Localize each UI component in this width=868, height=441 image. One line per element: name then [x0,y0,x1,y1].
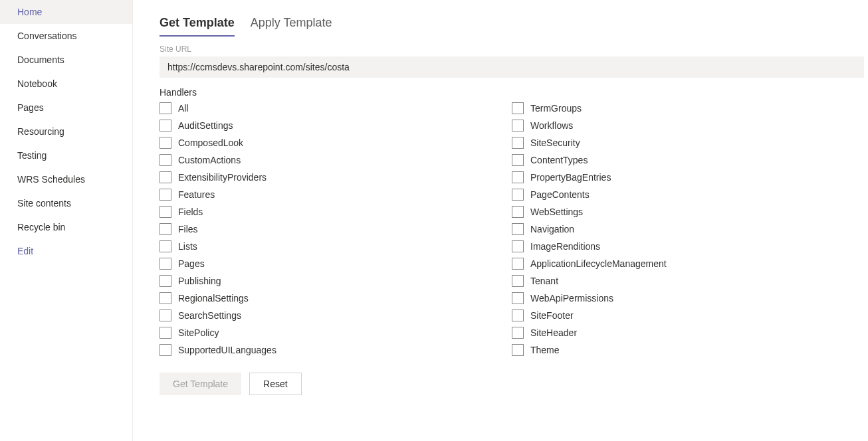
handler-sitefooter: SiteFooter [512,309,864,322]
checkbox-auditsettings[interactable] [160,120,171,132]
sidebar-item-edit[interactable]: Edit [0,239,132,263]
handler-sitesecurity: SiteSecurity [512,136,864,149]
checkbox-workflows[interactable] [512,120,524,132]
checkbox-tenant[interactable] [512,275,524,287]
checkbox-label: SitePolicy [178,327,219,338]
sidebar-item-documents[interactable]: Documents [0,48,132,72]
checkbox-termgroups[interactable] [512,102,524,114]
tabs: Get Template Apply Template [160,16,868,37]
handler-termgroups: TermGroups [512,102,864,115]
checkbox-label: SupportedUILanguages [178,345,276,355]
handlers-label: Handlers [160,87,868,98]
handler-extensibilityproviders: ExtensibilityProviders [160,171,512,184]
site-url-input[interactable] [160,56,864,78]
sidebar-item-resourcing[interactable]: Resourcing [0,120,132,143]
checkbox-pages[interactable] [160,258,171,270]
handler-applicationlifecyclemanagement: ApplicationLifecycleManagement [512,257,864,270]
checkbox-label: Files [178,224,198,234]
handler-contenttypes: ContentTypes [512,153,864,167]
checkbox-label: SiteFooter [530,310,574,321]
handler-webapipermissions: WebApiPermissions [512,292,864,305]
checkbox-extensibilityproviders[interactable] [160,171,171,183]
checkbox-label: ApplicationLifecycleManagement [530,258,667,269]
handler-sitepolicy: SitePolicy [160,326,512,339]
checkbox-sitepolicy[interactable] [160,327,171,339]
checkbox-files[interactable] [160,223,171,235]
sidebar-item-wrs-schedules[interactable]: WRS Schedules [0,167,132,191]
handler-files: Files [160,222,512,236]
handler-workflows: Workflows [512,119,864,132]
checkbox-label: CustomActions [178,155,241,165]
get-template-button: Get Template [160,373,241,395]
checkbox-label: AuditSettings [178,120,233,131]
sidebar-item-site-contents[interactable]: Site contents [0,191,132,215]
checkbox-label: Lists [178,241,197,252]
checkbox-fields[interactable] [160,206,171,218]
handler-composedlook: ComposedLook [160,136,512,149]
checkbox-label: RegionalSettings [178,293,249,304]
checkbox-label: WebSettings [530,207,583,217]
handler-siteheader: SiteHeader [512,326,864,339]
checkbox-siteheader[interactable] [512,327,524,339]
handler-searchsettings: SearchSettings [160,309,512,322]
sidebar-item-recycle-bin[interactable]: Recycle bin [0,215,132,239]
handler-supporteduilanguages: SupportedUILanguages [160,343,512,357]
button-row: Get Template Reset [160,373,868,395]
checkbox-label: PageContents [530,189,590,200]
checkbox-label: Workflows [530,120,573,131]
checkbox-websettings[interactable] [512,206,524,218]
checkbox-all[interactable] [160,102,171,114]
checkbox-label: TermGroups [530,103,582,114]
checkbox-label: ComposedLook [178,137,243,148]
tab-apply-template[interactable]: Apply Template [251,16,332,37]
handler-lists: Lists [160,240,512,253]
checkbox-features[interactable] [160,189,171,201]
sidebar-item-pages[interactable]: Pages [0,96,132,120]
checkbox-sitefooter[interactable] [512,309,524,321]
checkbox-supporteduilanguages[interactable] [160,344,171,356]
checkbox-lists[interactable] [160,240,171,252]
handler-all: All [160,102,512,115]
checkbox-label: Theme [530,345,560,355]
tab-get-template[interactable]: Get Template [160,16,235,37]
checkbox-customactions[interactable] [160,154,171,166]
checkbox-label: Navigation [530,224,574,234]
handler-features: Features [160,188,512,201]
checkbox-propertybagentries[interactable] [512,171,524,183]
handler-pages: Pages [160,257,512,270]
checkbox-label: ContentTypes [530,155,588,165]
checkbox-composedlook[interactable] [160,137,171,149]
checkbox-label: Pages [178,258,205,269]
handler-customactions: CustomActions [160,153,512,167]
handler-propertybagentries: PropertyBagEntries [512,171,864,184]
handlers-column-1: All AuditSettings ComposedLook CustomAct… [160,102,512,357]
checkbox-label: Fields [178,207,203,217]
handler-auditsettings: AuditSettings [160,119,512,132]
checkbox-label: SiteHeader [530,327,577,338]
checkbox-pagecontents[interactable] [512,189,524,201]
sidebar-item-testing[interactable]: Testing [0,143,132,167]
checkbox-searchsettings[interactable] [160,309,171,321]
main-content: Get Template Apply Template Site URL Han… [133,0,868,441]
checkbox-regionalsettings[interactable] [160,292,171,304]
checkbox-navigation[interactable] [512,223,524,235]
handler-theme: Theme [512,343,864,357]
checkbox-publishing[interactable] [160,275,171,287]
checkbox-theme[interactable] [512,344,524,356]
checkbox-imagerenditions[interactable] [512,240,524,252]
sidebar-item-notebook[interactable]: Notebook [0,72,132,96]
reset-button[interactable]: Reset [249,373,302,395]
sidebar-item-conversations[interactable]: Conversations [0,24,132,48]
checkbox-label: PropertyBagEntries [530,172,611,183]
sidebar: Home Conversations Documents Notebook Pa… [0,0,133,441]
sidebar-item-home[interactable]: Home [0,0,132,24]
checkbox-sitesecurity[interactable] [512,137,524,149]
handler-fields: Fields [160,205,512,219]
handler-publishing: Publishing [160,274,512,288]
checkbox-label: All [178,103,189,114]
checkbox-applicationlifecyclemanagement[interactable] [512,258,524,270]
site-url-label: Site URL [160,44,868,54]
checkbox-webapipermissions[interactable] [512,292,524,304]
handler-regionalsettings: RegionalSettings [160,292,512,305]
checkbox-contenttypes[interactable] [512,154,524,166]
